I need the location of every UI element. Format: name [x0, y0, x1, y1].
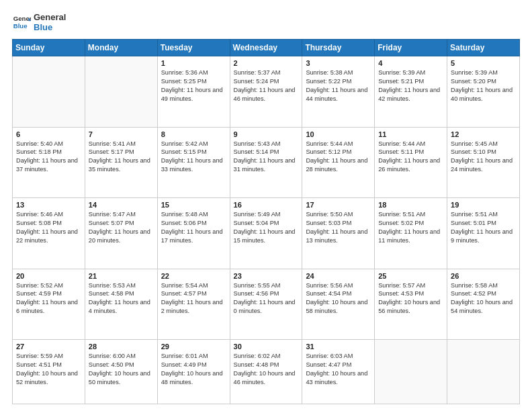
week-row-4: 27Sunrise: 5:59 AM Sunset: 4:51 PM Dayli…	[13, 340, 520, 404]
day-info: Sunrise: 5:50 AM Sunset: 5:03 PM Dayligh…	[306, 210, 371, 245]
header: General Blue General Blue	[12, 12, 520, 32]
day-number: 2	[234, 59, 299, 67]
calendar-cell: 28Sunrise: 6:00 AM Sunset: 4:50 PM Dayli…	[85, 340, 157, 404]
calendar-cell: 21Sunrise: 5:53 AM Sunset: 4:58 PM Dayli…	[85, 269, 157, 340]
day-info: Sunrise: 5:36 AM Sunset: 5:25 PM Dayligh…	[161, 68, 226, 103]
day-info: Sunrise: 5:43 AM Sunset: 5:14 PM Dayligh…	[234, 140, 299, 175]
calendar-cell: 9Sunrise: 5:43 AM Sunset: 5:14 PM Daylig…	[230, 127, 302, 198]
calendar-cell: 13Sunrise: 5:46 AM Sunset: 5:08 PM Dayli…	[13, 198, 85, 269]
day-number: 13	[16, 201, 81, 209]
logo-icon: General Blue	[12, 13, 31, 32]
calendar-cell: 8Sunrise: 5:42 AM Sunset: 5:15 PM Daylig…	[157, 127, 230, 198]
day-info: Sunrise: 5:44 AM Sunset: 5:11 PM Dayligh…	[378, 140, 443, 175]
day-number: 23	[234, 272, 299, 280]
calendar-cell: 26Sunrise: 5:58 AM Sunset: 4:52 PM Dayli…	[447, 269, 520, 340]
calendar-cell: 15Sunrise: 5:48 AM Sunset: 5:06 PM Dayli…	[157, 198, 230, 269]
day-number: 16	[234, 201, 299, 209]
calendar-table: SundayMondayTuesdayWednesdayThursdayFrid…	[12, 39, 520, 404]
day-info: Sunrise: 5:38 AM Sunset: 5:22 PM Dayligh…	[306, 68, 371, 103]
day-number: 4	[378, 59, 443, 67]
day-number: 20	[16, 272, 81, 280]
day-info: Sunrise: 5:56 AM Sunset: 4:54 PM Dayligh…	[306, 281, 371, 316]
calendar-cell: 4Sunrise: 5:39 AM Sunset: 5:21 PM Daylig…	[375, 56, 447, 128]
calendar-cell: 6Sunrise: 5:40 AM Sunset: 5:18 PM Daylig…	[13, 127, 85, 198]
day-number: 27	[16, 342, 81, 351]
day-number: 18	[378, 201, 443, 209]
week-row-0: 1Sunrise: 5:36 AM Sunset: 5:25 PM Daylig…	[13, 56, 520, 128]
calendar-cell: 22Sunrise: 5:54 AM Sunset: 4:57 PM Dayli…	[157, 269, 230, 340]
day-info: Sunrise: 5:48 AM Sunset: 5:06 PM Dayligh…	[161, 210, 226, 245]
calendar-cell: 30Sunrise: 6:02 AM Sunset: 4:48 PM Dayli…	[230, 340, 302, 404]
day-number: 3	[306, 59, 371, 67]
day-info: Sunrise: 5:59 AM Sunset: 4:51 PM Dayligh…	[16, 352, 81, 387]
weekday-header-monday: Monday	[85, 40, 157, 56]
logo-general: General	[34, 12, 66, 22]
day-number: 26	[451, 272, 516, 280]
logo-blue: Blue	[34, 22, 66, 32]
calendar-cell: 25Sunrise: 5:57 AM Sunset: 4:53 PM Dayli…	[375, 269, 447, 340]
day-info: Sunrise: 5:42 AM Sunset: 5:15 PM Dayligh…	[161, 140, 226, 175]
weekday-header-sunday: Sunday	[13, 40, 85, 56]
day-info: Sunrise: 6:02 AM Sunset: 4:48 PM Dayligh…	[234, 352, 299, 387]
day-number: 24	[306, 272, 371, 280]
day-number: 15	[161, 201, 226, 209]
weekday-header-tuesday: Tuesday	[157, 40, 230, 56]
day-number: 22	[161, 272, 226, 280]
day-info: Sunrise: 6:00 AM Sunset: 4:50 PM Dayligh…	[89, 352, 154, 387]
calendar-cell: 20Sunrise: 5:52 AM Sunset: 4:59 PM Dayli…	[13, 269, 85, 340]
weekday-header-friday: Friday	[375, 40, 447, 56]
weekday-header-saturday: Saturday	[447, 40, 520, 56]
calendar-cell: 12Sunrise: 5:45 AM Sunset: 5:10 PM Dayli…	[447, 127, 520, 198]
day-number: 14	[89, 201, 154, 209]
day-number: 21	[89, 272, 154, 280]
day-info: Sunrise: 5:51 AM Sunset: 5:02 PM Dayligh…	[378, 210, 443, 245]
day-info: Sunrise: 5:39 AM Sunset: 5:21 PM Dayligh…	[378, 68, 443, 103]
svg-text:Blue: Blue	[13, 22, 28, 30]
calendar-cell	[375, 340, 447, 404]
day-info: Sunrise: 5:40 AM Sunset: 5:18 PM Dayligh…	[16, 140, 81, 175]
day-number: 29	[161, 342, 226, 351]
page: General Blue General Blue SundayMondayTu…	[0, 0, 532, 411]
calendar-cell	[447, 340, 520, 404]
calendar-cell: 24Sunrise: 5:56 AM Sunset: 4:54 PM Dayli…	[302, 269, 375, 340]
weekday-header-thursday: Thursday	[302, 40, 375, 56]
calendar-cell: 27Sunrise: 5:59 AM Sunset: 4:51 PM Dayli…	[13, 340, 85, 404]
day-number: 30	[234, 342, 299, 351]
day-number: 31	[306, 342, 371, 351]
calendar-cell: 14Sunrise: 5:47 AM Sunset: 5:07 PM Dayli…	[85, 198, 157, 269]
day-info: Sunrise: 5:46 AM Sunset: 5:08 PM Dayligh…	[16, 210, 81, 245]
day-info: Sunrise: 5:54 AM Sunset: 4:57 PM Dayligh…	[161, 281, 226, 316]
day-number: 9	[234, 130, 299, 138]
day-number: 12	[451, 130, 516, 138]
day-info: Sunrise: 6:03 AM Sunset: 4:47 PM Dayligh…	[306, 352, 371, 387]
day-info: Sunrise: 6:01 AM Sunset: 4:49 PM Dayligh…	[161, 352, 226, 387]
svg-text:General: General	[13, 15, 31, 22]
day-number: 19	[451, 201, 516, 209]
day-info: Sunrise: 5:41 AM Sunset: 5:17 PM Dayligh…	[89, 140, 154, 175]
calendar-cell	[85, 56, 157, 128]
day-number: 5	[451, 59, 516, 67]
week-row-2: 13Sunrise: 5:46 AM Sunset: 5:08 PM Dayli…	[13, 198, 520, 269]
week-row-1: 6Sunrise: 5:40 AM Sunset: 5:18 PM Daylig…	[13, 127, 520, 198]
day-number: 10	[306, 130, 371, 138]
day-info: Sunrise: 5:52 AM Sunset: 4:59 PM Dayligh…	[16, 281, 81, 316]
calendar-cell: 1Sunrise: 5:36 AM Sunset: 5:25 PM Daylig…	[157, 56, 230, 128]
day-info: Sunrise: 5:55 AM Sunset: 4:56 PM Dayligh…	[234, 281, 299, 316]
day-info: Sunrise: 5:47 AM Sunset: 5:07 PM Dayligh…	[89, 210, 154, 245]
calendar-cell: 31Sunrise: 6:03 AM Sunset: 4:47 PM Dayli…	[302, 340, 375, 404]
calendar-cell: 10Sunrise: 5:44 AM Sunset: 5:12 PM Dayli…	[302, 127, 375, 198]
calendar-cell: 5Sunrise: 5:39 AM Sunset: 5:20 PM Daylig…	[447, 56, 520, 128]
calendar-cell: 3Sunrise: 5:38 AM Sunset: 5:22 PM Daylig…	[302, 56, 375, 128]
day-info: Sunrise: 5:37 AM Sunset: 5:24 PM Dayligh…	[234, 68, 299, 103]
day-number: 17	[306, 201, 371, 209]
logo: General Blue General Blue	[12, 12, 66, 32]
day-number: 28	[89, 342, 154, 351]
calendar-cell: 23Sunrise: 5:55 AM Sunset: 4:56 PM Dayli…	[230, 269, 302, 340]
calendar-cell: 29Sunrise: 6:01 AM Sunset: 4:49 PM Dayli…	[157, 340, 230, 404]
calendar-cell: 18Sunrise: 5:51 AM Sunset: 5:02 PM Dayli…	[375, 198, 447, 269]
day-number: 7	[89, 130, 154, 138]
day-info: Sunrise: 5:51 AM Sunset: 5:01 PM Dayligh…	[451, 210, 516, 245]
day-number: 8	[161, 130, 226, 138]
day-info: Sunrise: 5:57 AM Sunset: 4:53 PM Dayligh…	[378, 281, 443, 316]
weekday-header-row: SundayMondayTuesdayWednesdayThursdayFrid…	[13, 40, 520, 56]
